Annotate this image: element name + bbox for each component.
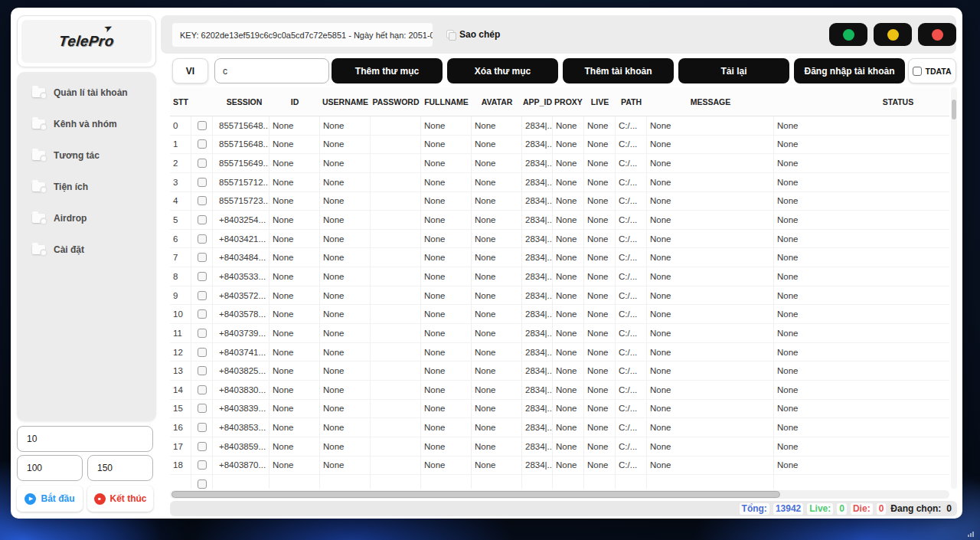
table-row: 5+8403254...NoneNoneNoneNone2834|...None… (170, 211, 949, 230)
row-checkbox[interactable] (198, 385, 207, 394)
cell-app_id: 2834|... (522, 267, 553, 286)
traffic-light-green-button[interactable] (829, 23, 867, 46)
folder-icon (32, 151, 45, 160)
cell-session: +8403859... (213, 437, 270, 456)
cell-fullname: None (421, 362, 472, 380)
cell-password (371, 116, 421, 135)
table-row: 18+8403870...NoneNoneNoneNone2834|...Non… (170, 457, 949, 476)
vertical-scrollbar-thumb[interactable] (952, 100, 956, 119)
cell-fullname: None (421, 437, 472, 456)
delete-folder-button[interactable]: Xóa thư mục (447, 58, 558, 83)
row-checkbox[interactable] (198, 442, 207, 451)
row-checkbox[interactable] (198, 234, 207, 244)
row-checkbox[interactable] (198, 159, 207, 168)
row-checkbox[interactable] (198, 404, 207, 413)
row-checkbox[interactable] (198, 348, 207, 357)
row-checkbox-cell (191, 173, 213, 191)
folder-icon (32, 119, 45, 129)
cell-proxy: None (553, 457, 584, 475)
stop-button[interactable]: ■ Kết thúc (87, 486, 153, 512)
cell-session: +8403741... (213, 343, 270, 362)
tdata-toggle[interactable]: TDATA (908, 58, 956, 83)
column-header-path[interactable]: PATH (616, 87, 647, 116)
copy-key-button[interactable]: Sao chép (446, 15, 500, 54)
sidebar-item-utilities[interactable]: Tiện ích (17, 171, 156, 202)
column-header-proxy[interactable]: PROXY (553, 87, 584, 116)
column-header-session[interactable]: SESSION (213, 87, 270, 116)
cell-fullname: None (421, 418, 472, 437)
add-account-button[interactable]: Thêm tài khoản (563, 58, 674, 83)
sidebar-item-accounts[interactable]: Quản lí tài khoản (17, 77, 156, 108)
cell-password (371, 381, 421, 399)
cell-username: None (320, 381, 371, 399)
cell-password (371, 305, 421, 323)
cell-avatar: None (472, 457, 522, 475)
column-header-fullname[interactable]: FULLNAME (421, 87, 472, 116)
cell-session: 855715712... (213, 173, 270, 191)
cell-status: None (774, 173, 949, 191)
column-header-message[interactable]: MESSAGE (647, 87, 774, 116)
sidebar-item-interaction[interactable]: Tương tác (17, 139, 156, 171)
cell-status: None (774, 437, 949, 456)
cell-message: None (647, 381, 774, 399)
horizontal-scrollbar-thumb[interactable] (172, 491, 780, 498)
row-checkbox[interactable] (198, 215, 207, 224)
folder-search-input[interactable] (214, 58, 329, 83)
column-header-stt[interactable]: STT (170, 87, 191, 116)
range-from-input[interactable] (17, 455, 83, 481)
cell-app_id: 2834|... (522, 248, 553, 267)
column-header-status[interactable]: STATUS (774, 87, 949, 116)
column-header-password[interactable]: PASSWORD (371, 87, 421, 116)
column-header-live[interactable]: LIVE (584, 87, 616, 116)
reload-button[interactable]: Tải lại (678, 58, 789, 83)
row-checkbox[interactable] (198, 329, 207, 338)
cell-app_id: 2834|... (522, 192, 553, 211)
horizontal-scrollbar[interactable] (170, 490, 949, 499)
cell-id: None (270, 400, 320, 418)
row-checkbox[interactable] (198, 121, 207, 130)
column-header-username[interactable]: USERNAME (320, 87, 371, 116)
cell-fullname: None (421, 381, 472, 399)
column-header-app_id[interactable]: APP_ID (522, 87, 553, 116)
sidebar-item-label: Cài đặt (54, 244, 84, 255)
row-checkbox[interactable] (198, 291, 207, 300)
cell-stt: 17 (170, 437, 191, 456)
taskbar-corner-icon[interactable] (968, 532, 974, 537)
cell-status: None (774, 267, 949, 286)
row-checkbox[interactable] (198, 178, 207, 187)
column-header-avatar[interactable]: AVATAR (472, 87, 522, 116)
cell-path (616, 475, 647, 489)
row-checkbox[interactable] (198, 196, 207, 205)
sidebar-item-settings[interactable]: Cài đặt (17, 234, 156, 265)
row-checkbox[interactable] (198, 366, 207, 375)
column-header-id[interactable]: ID (270, 87, 320, 116)
row-checkbox[interactable] (198, 272, 207, 281)
tdata-checkbox[interactable] (913, 67, 922, 76)
start-button[interactable]: ▶ Bắt đầu (17, 486, 83, 512)
row-checkbox[interactable] (198, 460, 207, 470)
row-checkbox[interactable] (198, 423, 207, 432)
language-button[interactable]: VI (172, 58, 208, 83)
cell-status: None (774, 418, 949, 437)
cell-status: None (774, 211, 949, 229)
cell-live: None (584, 400, 616, 418)
add-folder-button[interactable]: Thêm thư mục (332, 58, 443, 83)
vertical-scrollbar[interactable] (951, 87, 957, 489)
column-header-checkbox[interactable] (191, 87, 213, 116)
traffic-light-yellow-button[interactable] (874, 23, 912, 46)
traffic-light-red-button[interactable] (918, 23, 956, 46)
die-label: Die: (851, 503, 873, 515)
range-to-input[interactable] (87, 455, 153, 481)
row-checkbox[interactable] (198, 253, 207, 262)
row-checkbox[interactable] (198, 309, 207, 319)
login-account-button[interactable]: Đăng nhập tài khoản (794, 58, 905, 83)
row-checkbox[interactable] (198, 139, 207, 149)
license-key-text: KEY: 6202de13ef519c6c9c0a5cd7c72e5851 - … (180, 31, 433, 40)
threads-input[interactable] (17, 426, 153, 452)
sidebar-item-channels-groups[interactable]: Kênh và nhóm (17, 108, 156, 139)
table-row: 9+8403572...NoneNoneNoneNone2834|...None… (170, 286, 949, 306)
sidebar-item-airdrop[interactable]: Airdrop (17, 202, 156, 234)
sidebar-menu: Quản lí tài khoảnKênh và nhómTương tácTi… (17, 72, 156, 421)
row-checkbox-cell (191, 267, 213, 286)
row-checkbox[interactable] (198, 479, 207, 489)
